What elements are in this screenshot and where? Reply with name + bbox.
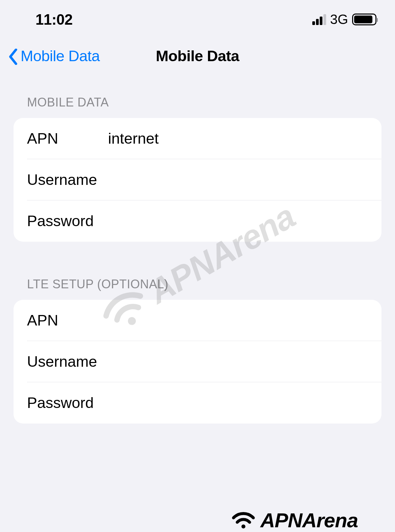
- section-lte-setup: LTE SETUP (OPTIONAL) APN Username Passwo…: [14, 265, 381, 424]
- watermark-text: APNArena: [260, 509, 358, 532]
- row-username[interactable]: Username: [14, 159, 381, 200]
- apn-input[interactable]: [108, 130, 368, 147]
- section-body: APN Username Password: [14, 300, 381, 424]
- status-time: 11:02: [35, 11, 73, 28]
- password-input[interactable]: [108, 394, 368, 412]
- chevron-left-icon: [8, 49, 18, 64]
- row-label: Password: [27, 394, 108, 412]
- row-apn[interactable]: APN: [14, 118, 381, 159]
- back-button[interactable]: Mobile Data: [8, 47, 100, 65]
- back-button-label: Mobile Data: [21, 47, 100, 65]
- apn-input[interactable]: [108, 312, 368, 329]
- network-type-label: 3G: [330, 12, 348, 27]
- content: MOBILE DATA APN Username Password LTE SE…: [0, 83, 395, 424]
- battery-icon: [352, 14, 376, 25]
- watermark-bottom: APNArena: [230, 509, 358, 532]
- row-username[interactable]: Username: [14, 341, 381, 382]
- signal-bars-icon: [312, 14, 326, 25]
- row-label: Username: [27, 171, 108, 189]
- section-mobile-data: MOBILE DATA APN Username Password: [14, 83, 381, 242]
- row-label: Password: [27, 212, 108, 230]
- status-bar: 11:02 3G: [0, 0, 395, 37]
- row-label: Username: [27, 353, 108, 370]
- row-label: APN: [27, 312, 108, 329]
- row-apn[interactable]: APN: [14, 300, 381, 341]
- row-label: APN: [27, 130, 108, 147]
- section-header: MOBILE DATA: [14, 83, 381, 118]
- svg-point-1: [241, 525, 245, 529]
- row-password[interactable]: Password: [14, 200, 381, 242]
- wifi-icon: [230, 510, 257, 530]
- section-header: LTE SETUP (OPTIONAL): [14, 265, 381, 300]
- username-input[interactable]: [108, 171, 368, 189]
- section-body: APN Username Password: [14, 118, 381, 242]
- page-title: Mobile Data: [156, 47, 239, 65]
- password-input[interactable]: [108, 212, 368, 230]
- username-input[interactable]: [108, 353, 368, 370]
- row-password[interactable]: Password: [14, 382, 381, 424]
- status-right: 3G: [312, 12, 376, 27]
- navigation-bar: Mobile Data Mobile Data: [0, 37, 395, 83]
